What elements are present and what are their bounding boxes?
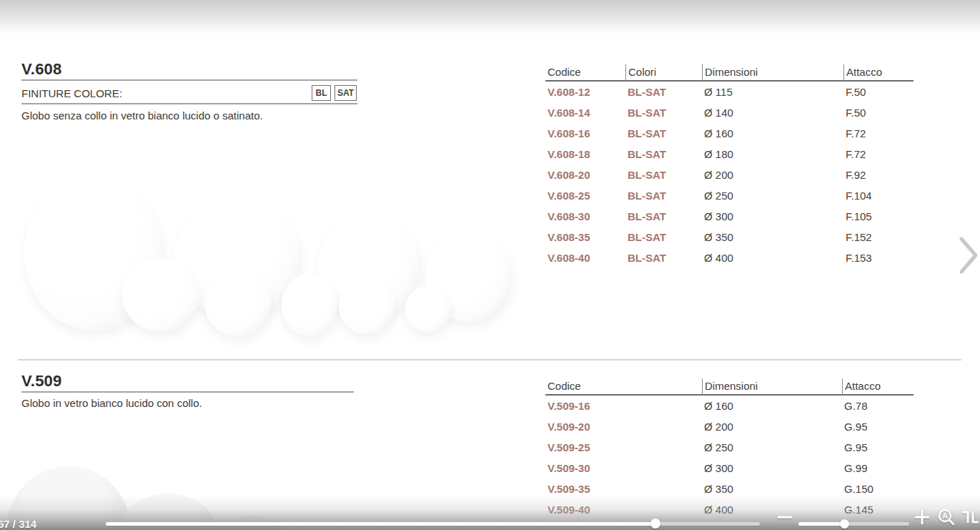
globe-sphere xyxy=(339,280,395,334)
page-indicator: 67 / 314 xyxy=(0,518,36,530)
product-code-cell: V.608-25 xyxy=(545,185,625,206)
product-code-cell: V.509-16 xyxy=(545,396,702,416)
section-divider xyxy=(18,359,961,360)
page-scrubber-fill xyxy=(106,522,655,526)
globe-sphere xyxy=(282,273,339,336)
table-header-cell: Dimensioni xyxy=(702,378,842,396)
table-cell: BL-SAT xyxy=(625,247,702,268)
table-cell: BL-SAT xyxy=(625,227,702,247)
magnifier-a-icon[interactable]: A xyxy=(937,508,956,529)
table-cell: G.95 xyxy=(842,437,914,458)
table-cell: BL-SAT xyxy=(625,165,702,185)
table-header-cell: Attacco xyxy=(843,64,914,82)
table-cell: G.78 xyxy=(842,396,914,416)
table-header-cell: Attacco xyxy=(842,378,914,396)
fit-screen-icon[interactable] xyxy=(961,508,979,529)
table-cell: Ø 160 xyxy=(702,396,842,416)
top-toolbar-fade xyxy=(0,0,980,34)
table-cell: Ø 250 xyxy=(702,185,843,206)
table-cell: BL-SAT xyxy=(625,123,702,144)
table-cell: BL-SAT xyxy=(625,144,702,165)
globe-sphere xyxy=(405,286,452,333)
badge-sat: SAT xyxy=(335,85,357,101)
globe-sphere xyxy=(122,259,199,332)
table-cell: Ø 180 xyxy=(702,144,843,165)
product-code-cell: V.608-30 xyxy=(545,206,625,227)
product-code-cell: V.608-20 xyxy=(545,165,625,185)
table-v608: CodiceColoriDimensioniAttaccoV.608-12BL-… xyxy=(545,64,914,268)
zoom-slider-handle[interactable] xyxy=(840,519,849,529)
bottom-toolbar: 67 / 314 A xyxy=(0,506,980,530)
table-cell: Ø 200 xyxy=(702,165,843,185)
table-cell: Ø 300 xyxy=(702,206,843,227)
product-code-cell: V.608-16 xyxy=(545,123,625,144)
product-code-cell: V.509-30 xyxy=(545,458,702,479)
table-cell: Ø 200 xyxy=(702,416,842,437)
section-description-v608: Globo senza collo in vetro bianco lucido… xyxy=(21,109,263,122)
section-title-v608: V.608 xyxy=(21,60,61,79)
table-cell: F.153 xyxy=(843,247,914,268)
product-code-cell: V.608-14 xyxy=(545,102,625,123)
table-cell: G.99 xyxy=(842,458,914,479)
table-cell: BL-SAT xyxy=(625,102,702,123)
finiture-label: FINITURE COLORE: xyxy=(21,87,122,99)
table-cell: Ø 115 xyxy=(702,82,843,102)
product-code-cell: V.509-25 xyxy=(545,437,702,458)
page-scrubber-handle[interactable] xyxy=(650,519,660,529)
section-description-v509: Globo in vetro bianco lucido con collo. xyxy=(21,397,202,409)
product-code-cell: V.608-40 xyxy=(545,247,625,268)
product-code-cell: V.608-35 xyxy=(545,227,625,247)
page-scrubber[interactable] xyxy=(106,522,760,526)
zoom-slider-fill xyxy=(798,522,844,526)
section-title-v509: V.509 xyxy=(21,372,61,391)
title-rule xyxy=(21,391,354,393)
table-cell: F.50 xyxy=(843,82,914,102)
chevron-right-icon[interactable] xyxy=(956,235,980,276)
table-cell: F.92 xyxy=(843,165,914,185)
globe-sphere xyxy=(204,272,272,336)
table-cell: Ø 250 xyxy=(702,437,842,458)
table-cell: F.50 xyxy=(843,102,914,123)
table-cell: Ø 160 xyxy=(702,123,843,144)
table-cell: F.104 xyxy=(843,185,914,206)
minus-icon[interactable] xyxy=(776,510,793,527)
product-code-cell: V.509-20 xyxy=(545,416,702,437)
badge-bl: BL xyxy=(312,85,331,101)
table-cell: F.152 xyxy=(843,227,914,247)
table-header-cell: Colori xyxy=(625,64,702,82)
pdf-viewer: V.608 FINITURE COLORE: BL SAT Globo senz… xyxy=(0,0,980,530)
title-rule xyxy=(21,79,357,81)
table-cell: Ø 350 xyxy=(702,227,843,247)
plus-icon[interactable] xyxy=(914,509,931,529)
product-code-cell: V.608-12 xyxy=(545,82,625,102)
table-cell: BL-SAT xyxy=(625,185,702,206)
svg-text:A: A xyxy=(942,512,947,520)
table-header-cell: Dimensioni xyxy=(702,64,843,82)
zoom-slider[interactable] xyxy=(798,522,909,526)
product-code-cell: V.608-18 xyxy=(545,144,625,165)
table-cell: Ø 400 xyxy=(702,247,843,268)
table-cell: BL-SAT xyxy=(625,206,702,227)
table-cell: Ø 300 xyxy=(702,458,842,479)
table-cell: Ø 140 xyxy=(702,102,843,123)
table-header-cell: Codice xyxy=(545,378,702,396)
table-cell: F.72 xyxy=(843,123,914,144)
table-cell: BL-SAT xyxy=(625,82,702,102)
table-cell: F.105 xyxy=(843,206,914,227)
table-cell: G.95 xyxy=(842,416,914,437)
table-header-cell: Codice xyxy=(545,64,625,82)
table-cell: F.72 xyxy=(843,144,914,165)
finiture-rule xyxy=(21,103,357,104)
